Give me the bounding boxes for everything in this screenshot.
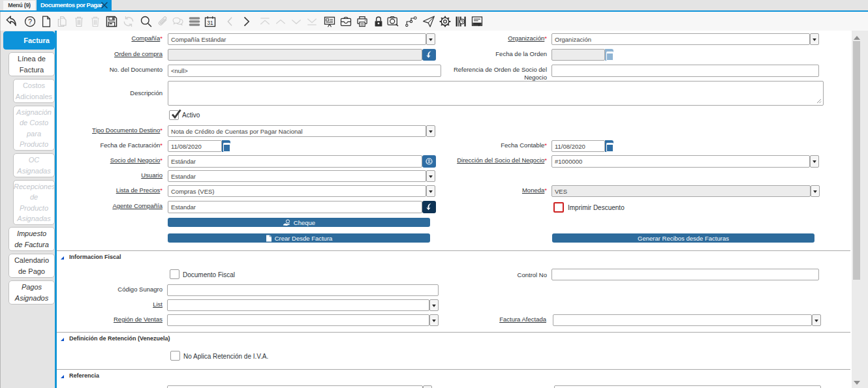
svg-text:31: 31: [207, 20, 213, 26]
svg-text:?: ?: [28, 18, 32, 25]
